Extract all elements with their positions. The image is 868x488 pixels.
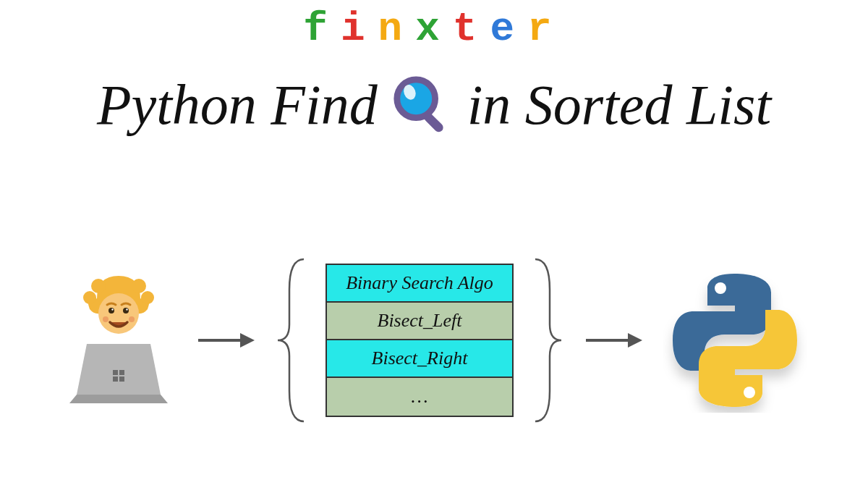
svg-point-10 [111,308,113,310]
svg-point-4 [132,279,146,293]
finxter-logo: finxter [303,6,564,52]
curly-brace-left-icon [275,253,307,427]
logo-letter: f [303,6,341,52]
table-row: Bisect_Right [327,340,512,378]
programmer-icon [61,272,176,409]
curly-brace-right-icon [532,253,564,427]
svg-rect-16 [113,376,118,382]
logo-letter: i [341,6,378,52]
table-row: Binary Search Algo [327,265,512,303]
svg-point-11 [126,308,127,310]
title-right: in Sorted List [467,72,771,138]
python-logo-icon [663,268,807,413]
arrow-right-icon [195,326,256,355]
title-left: Python Find [97,72,378,138]
svg-point-22 [715,282,726,294]
arrow-right-icon [583,326,644,355]
svg-point-3 [91,279,106,293]
methods-table: Binary Search AlgoBisect_LeftBisect_Righ… [326,264,514,417]
page-title: Python Find in Sorted List [0,72,868,138]
svg-point-5 [83,291,96,304]
svg-point-8 [109,308,114,314]
svg-point-12 [103,316,109,322]
magnifying-glass-icon [391,73,454,137]
table-row: … [327,378,512,416]
svg-rect-17 [119,376,124,382]
svg-rect-15 [119,370,124,375]
logo-letter: e [490,6,527,52]
logo-letter: r [527,6,565,52]
svg-marker-19 [240,333,255,348]
svg-rect-14 [113,370,118,375]
svg-point-0 [396,80,435,118]
svg-point-9 [123,308,129,314]
logo-letter: n [378,6,416,52]
logo-letter: x [415,6,453,52]
svg-marker-21 [628,333,642,348]
diagram-flow: Binary Search AlgoBisect_LeftBisect_Righ… [0,217,868,463]
logo-letter: t [453,6,490,52]
svg-point-6 [141,291,154,304]
svg-rect-2 [422,112,445,134]
svg-point-13 [129,316,135,322]
table-row: Bisect_Left [327,303,512,340]
svg-point-23 [744,387,755,398]
